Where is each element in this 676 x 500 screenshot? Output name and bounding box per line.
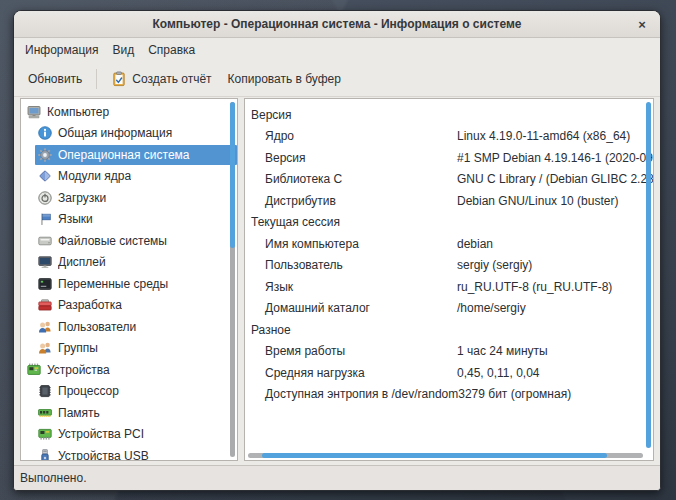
row-home-directory[interactable]: Домашний каталог /home/sergiy [245,298,653,320]
sidebar-item-groups[interactable]: Группы [21,338,237,360]
row-value: Linux 4.19.0-11-amd64 (x86_64) [457,129,630,143]
sidebar-item-devices[interactable]: Устройства [21,359,237,381]
drive-icon [37,233,53,249]
sidebar-item-label: Языки [58,212,93,226]
row-value: sergiy (sergiy) [457,258,532,272]
terminal-icon [37,276,53,292]
row-label: Дистрибутив [265,194,457,208]
sidebar-item-pci-devices[interactable]: Устройства PCI [21,424,237,446]
sidebar-item-label: Устройства [47,363,110,377]
sidebar-item-filesystems[interactable]: Файловые системы [21,230,237,252]
sidebar-scrollbar[interactable] [230,102,235,457]
sidebar-item-languages[interactable]: Языки [21,209,237,231]
details-list: Версия Ядро Linux 4.19.0-11-amd64 (x86_6… [245,99,653,405]
row-value: ru_RU.UTF-8 (ru_RU.UTF-8) [457,280,612,294]
refresh-button-label: Обновить [28,72,82,86]
row-version[interactable]: Версия #1 SMP Debian 4.19.146-1 (2020-09… [245,147,653,169]
row-kernel[interactable]: Ядро Linux 4.19.0-11-amd64 (x86_64) [245,126,653,148]
row-entropy[interactable]: Доступная энтропия в /dev/random 3279 би… [245,384,653,406]
display-icon [37,254,53,270]
row-label: Время работы [265,344,457,358]
memory-icon [37,405,53,421]
sidebar-item-label: Устройства PCI [58,427,144,441]
sidebar-item-label: Процессор [58,384,119,398]
row-value: /home/sergiy [457,301,526,315]
toolbar: Обновить Создать отчёт Копировать в буфе… [14,62,660,97]
sidebar-item-label: Общая информация [58,126,172,140]
sidebar-scrollbar-thumb[interactable] [230,102,235,248]
sidebar-item-operating-system[interactable]: Операционная система [21,144,237,166]
sidebar-item-label: Пользователи [58,320,136,334]
generate-report-button[interactable]: Создать отчёт [103,66,219,92]
details-horizontal-scrollbar-thumb[interactable] [262,453,607,458]
sidebar-item-label: Переменные среды [58,277,168,291]
menubar: Информация Вид Справка [14,38,660,62]
sidebar-item-label: Память [58,406,100,420]
gear-icon [37,147,53,163]
sidebar-item-users[interactable]: Пользователи [21,316,237,338]
row-distribution[interactable]: Дистрибутив Debian GNU/Linux 10 (buster) [245,190,653,212]
details-panel: Версия Ядро Linux 4.19.0-11-amd64 (x86_6… [244,98,654,461]
cpu-icon [37,383,53,399]
row-uptime[interactable]: Время работы 1 час 24 минуты [245,341,653,363]
row-label: Доступная энтропия в /dev/random [265,387,458,401]
sidebar-item-label: Файловые системы [58,234,167,248]
details-horizontal-scrollbar[interactable] [248,453,643,458]
sidebar-item-usb-devices[interactable]: Устройства USB [21,445,237,461]
row-value: #1 SMP Debian 4.19.146-1 (2020-09-1 [457,151,653,165]
sidebar-item-environment-variables[interactable]: Переменные среды [21,273,237,295]
generate-report-button-label: Создать отчёт [132,72,211,86]
toolbox-icon [37,297,53,313]
pci-icon [37,426,53,442]
sidebar-panel: Компьютер Общая информация Операционная … [20,98,238,461]
sidebar-item-boots[interactable]: Загрузки [21,187,237,209]
sidebar-item-label: Дисплей [58,255,106,269]
copy-to-clipboard-button[interactable]: Копировать в буфер [220,67,349,91]
sidebar-item-label: Группы [58,341,98,355]
row-label: Ядро [265,129,457,143]
row-language[interactable]: Язык ru_RU.UTF-8 (ru_RU.UTF-8) [245,276,653,298]
menu-information[interactable]: Информация [18,40,105,60]
computer-icon [26,104,42,120]
statusbar: Выполнено. [14,465,660,490]
row-c-library[interactable]: Библиотека C GNU C Library / (Debian GLI… [245,169,653,191]
sidebar-item-processor[interactable]: Процессор [21,381,237,403]
desktop: Компьютер - Операционная система - Инфор… [0,0,676,500]
close-icon[interactable]: × [632,14,652,34]
row-label: Версия [265,151,457,165]
refresh-button[interactable]: Обновить [20,67,90,91]
usb-icon [37,448,53,461]
row-computer-name[interactable]: Имя компьютера debian [245,233,653,255]
users-icon [37,319,53,335]
details-vertical-scrollbar-thumb[interactable] [646,102,651,448]
toolbar-separator [96,69,97,89]
sidebar-item-label: Устройства USB [58,449,149,461]
row-user[interactable]: Пользователь sergiy (sergiy) [245,255,653,277]
sidebar-item-label: Загрузки [58,191,106,205]
window-title: Компьютер - Операционная система - Инфор… [152,17,521,31]
row-label: Домашний каталог [265,301,457,315]
sidebar-item-display[interactable]: Дисплей [21,252,237,274]
category-tree: Компьютер Общая информация Операционная … [21,99,237,461]
sidebar-item-computer[interactable]: Компьютер [21,101,237,123]
row-value: Debian GNU/Linux 10 (buster) [457,194,618,208]
window-titlebar[interactable]: Компьютер - Операционная система - Инфор… [14,11,660,38]
sidebar-item-label: Операционная система [58,148,190,162]
menu-help[interactable]: Справка [141,40,202,60]
row-value: 1 час 24 минуты [457,344,548,358]
power-icon [37,190,53,206]
menu-view[interactable]: Вид [105,40,141,60]
clipboard-icon [111,71,127,87]
sidebar-item-memory[interactable]: Память [21,402,237,424]
sidebar-item-general-info[interactable]: Общая информация [21,123,237,145]
row-load-average[interactable]: Средняя нагрузка 0,45, 0,11, 0,04 [245,362,653,384]
sidebar-item-kernel-modules[interactable]: Модули ядра [21,166,237,188]
details-vertical-scrollbar[interactable] [646,102,651,448]
sidebar-item-development[interactable]: Разработка [21,295,237,317]
row-value: 3279 бит (огромная) [458,387,571,401]
row-label: Пользователь [265,258,457,272]
section-version: Версия [245,104,653,126]
sidebar-item-label: Разработка [58,298,122,312]
section-miscellaneous: Разное [245,319,653,341]
sidebar-item-label: Компьютер [47,105,109,119]
